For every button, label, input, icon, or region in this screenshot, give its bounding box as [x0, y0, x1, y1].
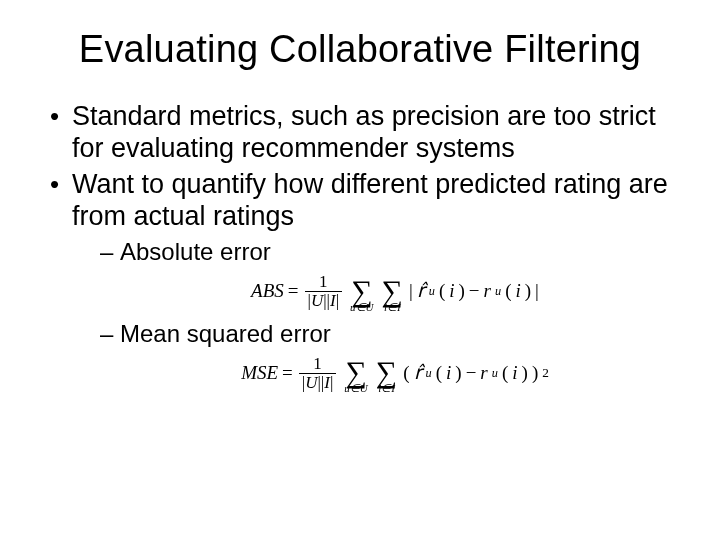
fraction: 1 |U||I| — [299, 355, 337, 392]
sub-bullet-item: Absolute error ABS = 1 |U||I| ∑ u∈U — [100, 238, 670, 309]
slide-title: Evaluating Collaborative Filtering — [50, 28, 670, 71]
bullet-text: Want to quantify how different predicted… — [72, 169, 668, 231]
summation: ∑ i∈I — [382, 277, 403, 312]
subscript-u: u — [426, 366, 432, 381]
summation: ∑ u∈U — [344, 358, 367, 393]
bullet-item: Want to quantify how different predicted… — [50, 169, 670, 392]
abs-bar-right: | — [535, 280, 539, 303]
formula-abs: ABS = 1 |U||I| ∑ u∈U ∑ — [120, 273, 670, 310]
fraction-numerator: 1 — [316, 273, 331, 291]
fraction-denominator: |U||I| — [299, 373, 337, 392]
formula-lhs: MSE — [241, 362, 278, 385]
sub-bullet-item: Mean squared error MSE = 1 |U||I| ∑ u∈U — [100, 320, 670, 391]
equals-sign: = — [282, 362, 293, 385]
formula-mse: MSE = 1 |U||I| ∑ u∈U ∑ — [120, 355, 670, 392]
abs-bar-left: | — [409, 280, 413, 303]
paren-right: ) — [532, 362, 538, 385]
fraction-numerator: 1 — [310, 355, 325, 373]
summation: ∑ i∈I — [376, 358, 397, 393]
equals-sign: = — [288, 280, 299, 303]
formula-lhs: ABS — [251, 280, 284, 303]
r-hat: r̂ — [417, 280, 425, 303]
r: r — [484, 280, 491, 303]
r: r — [480, 362, 487, 385]
bullet-item: Standard metrics, such as precision are … — [50, 101, 670, 165]
exponent-2: 2 — [542, 365, 549, 381]
bullet-list: Standard metrics, such as precision are … — [50, 101, 670, 391]
fraction-denominator: |U||I| — [305, 291, 343, 310]
fraction: 1 |U||I| — [305, 273, 343, 310]
slide: Evaluating Collaborative Filtering Stand… — [0, 0, 720, 540]
subscript-u: u — [495, 284, 501, 299]
sub-bullet-text: Absolute error — [120, 238, 271, 265]
sub-bullet-list: Absolute error ABS = 1 |U||I| ∑ u∈U — [100, 238, 670, 391]
subscript-u: u — [429, 284, 435, 299]
minus-sign: − — [466, 362, 477, 385]
summation: ∑ u∈U — [350, 277, 373, 312]
paren-left: ( — [403, 362, 409, 385]
r-hat: r̂ — [414, 362, 422, 385]
subscript-u: u — [492, 366, 498, 381]
sub-bullet-text: Mean squared error — [120, 320, 331, 347]
minus-sign: − — [469, 280, 480, 303]
